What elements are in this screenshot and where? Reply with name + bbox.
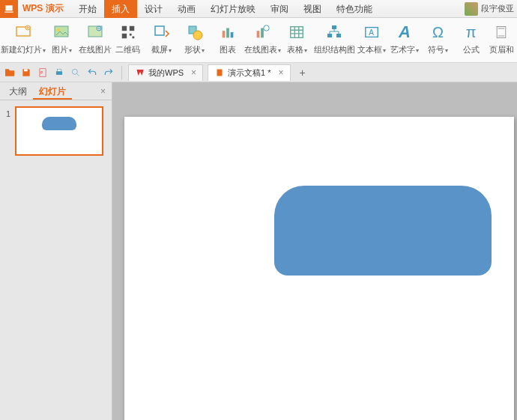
slide-panel-tabs: 大纲 幻灯片 × xyxy=(0,82,112,100)
shape-icon xyxy=(185,22,205,42)
slide-number: 1 xyxy=(6,109,15,156)
svg-point-32 xyxy=(72,69,77,74)
tab-outline[interactable]: 大纲 xyxy=(3,83,33,100)
svg-rect-16 xyxy=(231,32,234,37)
close-icon[interactable]: × xyxy=(279,67,284,78)
menu-insert[interactable]: 插入 xyxy=(104,0,137,18)
svg-rect-22 xyxy=(327,34,332,37)
username: 段宇俊亚 xyxy=(481,3,514,14)
doctab-mywps[interactable]: 我的WPS × xyxy=(128,64,203,81)
svg-rect-31 xyxy=(58,69,61,71)
orgchart-button[interactable]: 组织结构图 xyxy=(314,21,355,63)
menu-start[interactable]: 开始 xyxy=(71,0,104,18)
svg-rect-7 xyxy=(130,26,134,31)
chart-button[interactable]: 图表 xyxy=(211,21,244,63)
save-icon[interactable] xyxy=(19,66,33,79)
formula-button[interactable]: π 公式 xyxy=(455,21,488,63)
table-icon xyxy=(287,22,306,42)
new-slide-icon xyxy=(13,22,33,42)
svg-rect-10 xyxy=(132,37,134,39)
slide[interactable] xyxy=(124,117,514,420)
wordart-icon: A xyxy=(395,22,414,42)
menu-animation[interactable]: 动画 xyxy=(170,0,203,18)
undo-icon[interactable] xyxy=(85,66,99,79)
svg-text:A: A xyxy=(369,28,374,37)
textbox-icon: A xyxy=(362,22,381,42)
new-slide-button[interactable]: 新建幻灯片▾ xyxy=(1,21,45,63)
presentation-file-icon xyxy=(214,67,225,78)
app-logo xyxy=(0,0,18,18)
svg-rect-33 xyxy=(217,70,223,76)
svg-rect-9 xyxy=(130,34,132,36)
close-icon[interactable]: × xyxy=(191,67,196,78)
menu-bar: WPS 演示 开始 插入 设计 动画 幻灯片放映 审阅 视图 特色功能 段宇俊亚 xyxy=(0,0,517,18)
chart-icon xyxy=(218,22,238,42)
qrcode-icon xyxy=(118,22,138,42)
quick-access-toolbar: P 我的WPS × 演示文稿1 * × + xyxy=(0,63,517,82)
thumbnail-item[interactable]: 1 xyxy=(6,106,106,156)
tab-slides[interactable]: 幻灯片 xyxy=(33,83,72,100)
doctab-presentation1[interactable]: 演示文稿1 * × xyxy=(208,64,290,81)
menu-design[interactable]: 设计 xyxy=(137,0,170,18)
screenshot-icon xyxy=(151,22,171,42)
menu-review[interactable]: 审阅 xyxy=(263,0,296,18)
symbol-button[interactable]: Ω 符号▾ xyxy=(421,21,454,63)
panel-close-icon[interactable]: × xyxy=(100,86,109,97)
new-tab-button[interactable]: + xyxy=(295,67,310,79)
svg-point-3 xyxy=(57,28,60,31)
slide-thumbnail[interactable] xyxy=(15,106,103,156)
image-button[interactable]: 图片▾ xyxy=(45,21,78,63)
textbox-button[interactable]: A 文本框▾ xyxy=(355,21,388,63)
svg-rect-18 xyxy=(261,28,264,38)
online-chart-icon xyxy=(253,22,272,42)
symbol-icon: Ω xyxy=(428,22,447,42)
qrcode-button[interactable]: 二维码 xyxy=(112,21,145,63)
workspace: 大纲 幻灯片 × 1 xyxy=(0,82,517,420)
shape-button[interactable]: 形状▾ xyxy=(178,21,211,63)
online-chart-button[interactable]: 在线图表▾ xyxy=(244,21,280,63)
online-image-button[interactable]: 在线图片 xyxy=(78,21,111,63)
redo-icon[interactable] xyxy=(102,66,115,79)
header-footer-button[interactable]: 页眉和 xyxy=(488,21,516,63)
svg-text:P: P xyxy=(40,71,43,75)
slide-panel: 大纲 幻灯片 × 1 xyxy=(0,82,112,420)
rounded-rectangle-shape[interactable] xyxy=(274,186,492,276)
slide-canvas-area[interactable] xyxy=(112,82,517,420)
print-icon[interactable] xyxy=(52,66,66,79)
separator xyxy=(121,66,122,79)
svg-rect-21 xyxy=(332,25,336,29)
svg-rect-20 xyxy=(291,27,303,38)
open-folder-icon[interactable] xyxy=(3,66,16,79)
export-pdf-icon[interactable]: P xyxy=(36,66,49,79)
svg-rect-15 xyxy=(226,28,229,38)
svg-rect-30 xyxy=(56,71,62,75)
thumbnail-list: 1 xyxy=(0,100,112,420)
user-avatar-icon xyxy=(465,2,478,16)
app-name: WPS 演示 xyxy=(22,2,64,15)
image-icon xyxy=(52,22,71,42)
screenshot-button[interactable]: 截屏▾ xyxy=(145,21,178,63)
header-footer-icon xyxy=(492,22,511,42)
print-preview-icon[interactable] xyxy=(69,66,82,79)
svg-rect-17 xyxy=(257,31,260,37)
menu-view[interactable]: 视图 xyxy=(296,0,329,18)
thumbnail-shape xyxy=(42,117,76,130)
svg-point-13 xyxy=(193,31,202,40)
table-button[interactable]: 表格▾ xyxy=(280,21,313,63)
svg-rect-6 xyxy=(122,26,127,31)
ribbon-insert: 新建幻灯片▾ 图片▾ 在线图片 二维码 截屏▾ 形状▾ 图表 在线图表▾ 表格▾… xyxy=(0,18,517,63)
wps-logo-icon xyxy=(135,67,145,78)
svg-rect-27 xyxy=(24,69,28,71)
svg-rect-11 xyxy=(155,26,164,35)
wordart-button[interactable]: A 艺术字▾ xyxy=(388,21,421,63)
svg-point-19 xyxy=(264,25,269,31)
menu-slideshow[interactable]: 幻灯片放映 xyxy=(203,0,263,18)
menu-special[interactable]: 特色功能 xyxy=(329,0,380,18)
orgchart-icon xyxy=(324,22,344,42)
svg-rect-8 xyxy=(122,34,127,38)
svg-rect-23 xyxy=(336,34,341,37)
online-image-icon xyxy=(85,22,105,42)
svg-rect-14 xyxy=(223,31,226,37)
formula-icon: π xyxy=(462,22,481,42)
user-area[interactable]: 段宇俊亚 xyxy=(465,2,517,16)
